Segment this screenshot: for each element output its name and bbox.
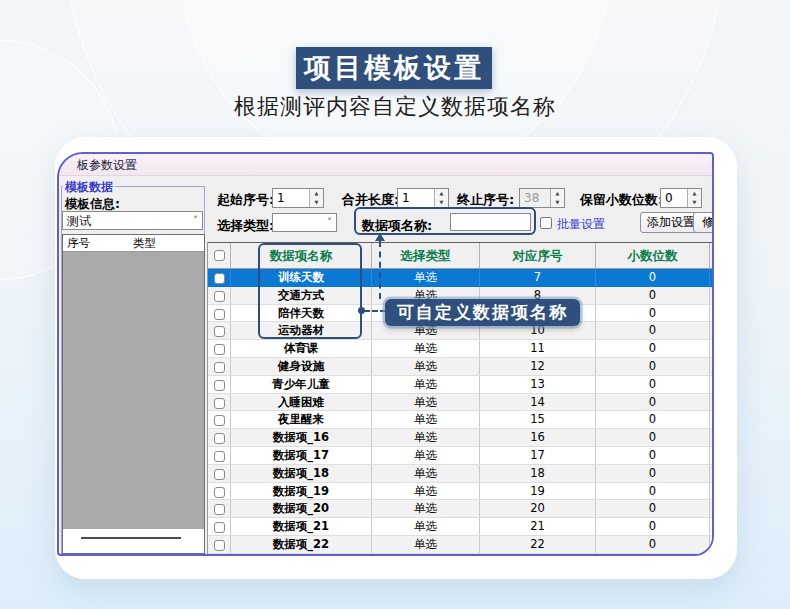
table-row[interactable]: 入睡困难 单选 14 0 (208, 394, 714, 412)
table-row[interactable]: 健身设施 单选 12 0 (208, 358, 714, 376)
table-row[interactable]: 数据项_22 单选 22 0 (208, 536, 714, 554)
row-checkbox[interactable] (214, 398, 225, 409)
table-row[interactable]: 青少年儿童 单选 13 0 (208, 376, 714, 394)
table-row[interactable]: 数据项_17 单选 17 0 (208, 447, 714, 465)
row-clipped (710, 340, 714, 357)
start-seq-spinner[interactable]: 1 ▲▼ (272, 188, 324, 208)
list-header-type: 类型 (133, 236, 156, 251)
chevron-down-icon: ˅ (327, 214, 332, 231)
batch-checkbox[interactable] (540, 217, 552, 229)
row-seq: 19 (480, 483, 596, 500)
table-row[interactable]: 数据项_21 单选 21 0 (208, 518, 714, 536)
row-checkbox[interactable] (214, 362, 225, 373)
row-item-name: 数据项_17 (231, 447, 372, 464)
modify-button[interactable]: 修改 (693, 212, 714, 233)
table-row[interactable]: 数据项_20 单选 20 0 (208, 500, 714, 518)
row-seq: 7 (480, 269, 596, 286)
row-seq: 15 (480, 411, 596, 428)
row-checkbox-cell (208, 483, 231, 500)
merge-len-spinner[interactable]: 1 ▲▼ (397, 188, 449, 208)
scrollbar-thumb[interactable] (81, 537, 181, 539)
row-item-name: 夜里醒来 (231, 411, 372, 428)
merge-len-value: 1 (402, 189, 410, 207)
template-item-list[interactable]: 序号 类型 (62, 234, 205, 554)
annotation-dot (358, 307, 365, 314)
row-checkbox[interactable] (214, 433, 225, 444)
table-row[interactable]: 体育课 单选 11 0 (208, 340, 714, 358)
start-seq-value: 1 (277, 189, 285, 207)
spinner-arrows-icon[interactable]: ▲▼ (434, 189, 448, 207)
row-seq: 11 (480, 340, 596, 357)
row-clipped (710, 465, 714, 482)
annotation-dashed-line-horizontal (364, 310, 386, 312)
row-select-type: 单选 (372, 518, 480, 535)
row-clipped (710, 287, 714, 304)
decimals-spinner[interactable]: 0 ▲▼ (660, 188, 702, 208)
row-item-name: 数据项_16 (231, 429, 372, 446)
row-decimals: 0 (596, 536, 710, 553)
batch-checkbox-label[interactable]: 批量设置 (557, 216, 605, 233)
header-seq[interactable]: 对应序号 (480, 243, 596, 268)
row-clipped (710, 269, 714, 286)
row-select-type: 单选 (372, 483, 480, 500)
row-select-type: 单选 (372, 500, 480, 517)
row-checkbox[interactable] (214, 451, 225, 462)
table-row[interactable]: 数据项_18 单选 18 0 (208, 465, 714, 483)
header-select-type[interactable]: 选择类型 (372, 243, 480, 268)
row-clipped (710, 500, 714, 517)
clipped-row (208, 554, 714, 556)
select-all-checkbox-cell (208, 243, 231, 268)
row-item-name: 入睡困难 (231, 394, 372, 411)
row-checkbox[interactable] (214, 469, 225, 480)
row-checkbox[interactable] (214, 504, 225, 515)
table-row[interactable]: 数据项_16 单选 16 0 (208, 429, 714, 447)
template-data-label: 模板数据 (63, 179, 115, 196)
decimals-value: 0 (665, 189, 673, 207)
template-select-value: 测试 (67, 212, 91, 230)
row-checkbox[interactable] (214, 522, 225, 533)
row-checkbox[interactable] (214, 540, 225, 551)
row-checkbox[interactable] (214, 273, 225, 284)
item-name-input[interactable] (450, 213, 531, 231)
select-type-dropdown[interactable]: ˅ (272, 213, 337, 232)
row-seq: 22 (480, 536, 596, 553)
row-decimals: 0 (596, 500, 710, 517)
table-row[interactable]: 数据项_19 单选 19 0 (208, 483, 714, 501)
row-seq: 17 (480, 447, 596, 464)
annotation-name-column-box (258, 243, 362, 339)
row-seq: 20 (480, 500, 596, 517)
select-all-checkbox[interactable] (214, 250, 225, 261)
row-checkbox-cell (208, 340, 231, 357)
row-checkbox[interactable] (214, 309, 225, 320)
row-clipped (710, 429, 714, 446)
row-checkbox[interactable] (214, 344, 225, 355)
row-decimals: 0 (596, 447, 710, 464)
list-body-empty (63, 252, 204, 529)
row-decimals: 0 (596, 340, 710, 357)
list-scrollbar[interactable] (63, 529, 204, 553)
row-item-name: 青少年儿童 (231, 376, 372, 393)
row-checkbox-cell (208, 358, 231, 375)
row-checkbox-cell (208, 394, 231, 411)
spinner-arrows-icon[interactable]: ▲▼ (309, 189, 323, 207)
row-item-name: 数据项_20 (231, 500, 372, 517)
row-checkbox[interactable] (214, 326, 225, 337)
window-titlebar: 板参数设置 (59, 154, 712, 176)
row-checkbox[interactable] (214, 380, 225, 391)
row-seq: 12 (480, 358, 596, 375)
row-checkbox[interactable] (214, 415, 225, 426)
row-select-type: 单选 (372, 376, 480, 393)
row-clipped (710, 394, 714, 411)
row-clipped (710, 411, 714, 428)
row-checkbox[interactable] (214, 487, 225, 498)
decimals-label: 保留小数位数: (580, 191, 663, 209)
spinner-arrows-icon[interactable]: ▲▼ (687, 189, 701, 207)
row-decimals: 0 (596, 305, 710, 322)
table-row[interactable]: 夜里醒来 单选 15 0 (208, 411, 714, 429)
row-checkbox[interactable] (214, 291, 225, 302)
row-select-type: 单选 (372, 429, 480, 446)
header-decimals[interactable]: 小数位数 (596, 243, 710, 268)
template-select[interactable]: 测试 ˅ (62, 211, 203, 230)
row-decimals: 0 (596, 287, 710, 304)
row-decimals: 0 (596, 394, 710, 411)
